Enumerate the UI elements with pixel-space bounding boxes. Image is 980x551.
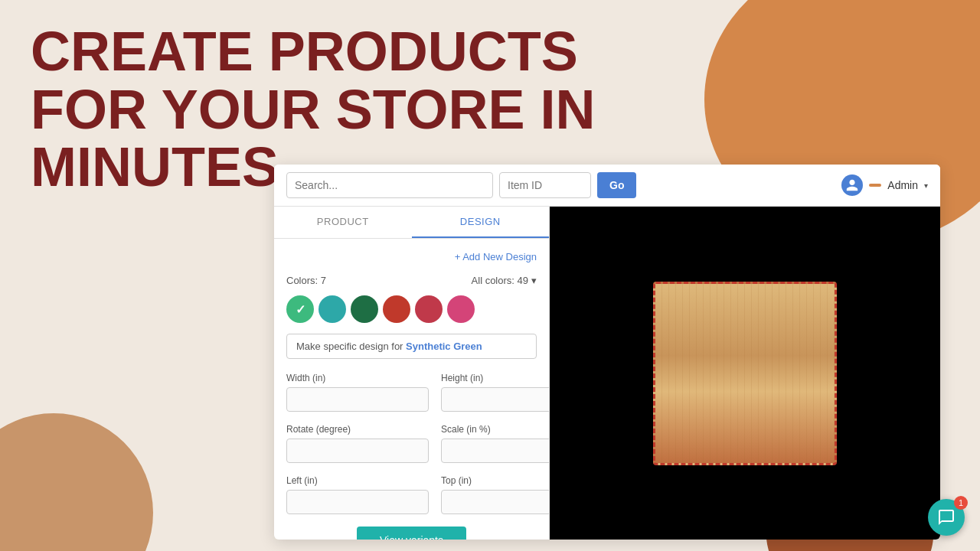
design-content: + Add New Design Colors: 7 All colors: 4… [274,239,549,540]
add-design-link[interactable]: + Add New Design [286,251,537,262]
specific-design-prefix: Make specific design for [296,341,406,352]
top-label: Top (in) [441,475,550,486]
all-colors-dropdown[interactable]: All colors: 49 ▾ [472,275,537,286]
bg-shape-bottom-left [0,413,153,551]
rotate-label: Rotate (degree) [286,424,429,435]
width-height-row: Width (in) Height (in) [286,373,537,412]
product-preview-panel [550,207,940,540]
color-swatch-dark-red[interactable] [383,295,410,323]
rotate-scale-row: Rotate (degree) Scale (in %) [286,424,537,463]
colors-row: Colors: 7 All colors: 49 ▾ [286,275,537,286]
chat-icon [937,508,956,527]
tabs: PRODUCT DESIGN [274,207,549,239]
tab-product[interactable]: PRODUCT [274,207,412,238]
height-group: Height (in) [441,373,550,412]
width-group: Width (in) [286,373,429,412]
specific-design-color: Synthetic Green [406,341,482,352]
search-input[interactable] [286,172,493,198]
content-area: PRODUCT DESIGN + Add New Design Colors: … [274,207,940,540]
all-colors-label: All colors: 49 [472,275,528,286]
colors-label: Colors: 7 [286,275,326,286]
scale-group: Scale (in %) [441,424,550,463]
color-swatch-dark-green[interactable] [351,295,378,323]
view-variants-button[interactable]: View variants [357,527,466,540]
specific-design-note: Make specific design for Synthetic Green [286,334,537,359]
chat-widget[interactable]: 1 [928,499,965,536]
left-label: Left (in) [286,475,429,486]
color-swatch-teal[interactable] [318,295,346,323]
width-label: Width (in) [286,373,429,383]
tab-design[interactable]: DESIGN [412,207,550,238]
top-bar: Go Admin ▾ [274,165,940,207]
chat-badge: 1 [954,496,968,510]
item-id-input[interactable] [499,172,591,198]
scale-label: Scale (in %) [441,424,550,435]
color-swatch-pink[interactable] [447,295,475,323]
admin-badge [869,184,881,187]
color-swatches [286,295,537,323]
color-swatch-synthetic-green[interactable] [286,295,314,323]
main-panel: Go Admin ▾ PRODUCT DESIGN + Add New Desi [274,165,940,540]
left-input[interactable] [286,490,429,514]
admin-avatar-icon [841,174,863,196]
height-input[interactable] [441,387,550,412]
height-label: Height (in) [441,373,550,383]
admin-area[interactable]: Admin ▾ [841,174,928,196]
scale-input[interactable] [441,439,550,463]
left-top-row: Left (in) Top (in) [286,475,537,514]
left-panel: PRODUCT DESIGN + Add New Design Colors: … [274,207,550,540]
color-swatch-crimson[interactable] [415,295,443,323]
chevron-down-icon: ▾ [924,181,928,190]
left-group: Left (in) [286,475,429,514]
all-colors-chevron: ▾ [531,275,537,286]
go-button[interactable]: Go [597,172,636,198]
rotate-input[interactable] [286,439,429,463]
product-preview-image [653,282,837,465]
rotate-group: Rotate (degree) [286,424,429,463]
admin-label: Admin [887,179,918,191]
top-input[interactable] [441,490,550,514]
top-group: Top (in) [441,475,550,514]
width-input[interactable] [286,387,429,412]
